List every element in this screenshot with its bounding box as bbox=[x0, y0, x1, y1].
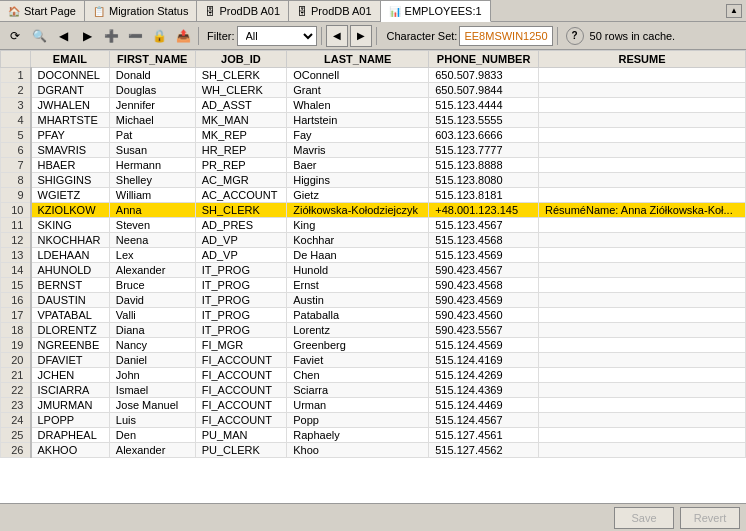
cell-last_name[interactable]: Baer bbox=[287, 158, 429, 173]
cell-resume[interactable] bbox=[539, 323, 746, 338]
cell-job_id[interactable]: AD_ASST bbox=[195, 98, 287, 113]
first-name-header[interactable]: FIRST_NAME bbox=[109, 51, 195, 68]
table-row[interactable]: 11SKINGStevenAD_PRESKing515.123.4567 bbox=[1, 218, 746, 233]
cell-first_name[interactable]: Nancy bbox=[109, 338, 195, 353]
cell-resume[interactable] bbox=[539, 173, 746, 188]
cell-job_id[interactable]: FI_ACCOUNT bbox=[195, 413, 287, 428]
cell-job_id[interactable]: IT_PROG bbox=[195, 293, 287, 308]
cell-phone[interactable]: 515.124.4567 bbox=[429, 413, 539, 428]
cell-job_id[interactable]: FI_ACCOUNT bbox=[195, 368, 287, 383]
cell-last_name[interactable]: De Haan bbox=[287, 248, 429, 263]
cell-job_id[interactable]: PR_REP bbox=[195, 158, 287, 173]
cell-phone[interactable]: 515.123.4569 bbox=[429, 248, 539, 263]
cell-phone[interactable]: 590.423.4567 bbox=[429, 263, 539, 278]
cell-last_name[interactable]: Raphaely bbox=[287, 428, 429, 443]
cell-phone[interactable]: 515.123.8888 bbox=[429, 158, 539, 173]
cell-phone[interactable]: 515.124.4169 bbox=[429, 353, 539, 368]
cell-first_name[interactable]: Ismael bbox=[109, 383, 195, 398]
cell-phone[interactable]: 515.123.7777 bbox=[429, 143, 539, 158]
cell-resume[interactable] bbox=[539, 428, 746, 443]
cell-phone[interactable]: 515.124.4269 bbox=[429, 368, 539, 383]
cell-phone[interactable]: 603.123.6666 bbox=[429, 128, 539, 143]
cell-first_name[interactable]: Hermann bbox=[109, 158, 195, 173]
cell-email[interactable]: JCHEN bbox=[31, 368, 110, 383]
cell-first_name[interactable]: Steven bbox=[109, 218, 195, 233]
cell-phone[interactable]: 590.423.4568 bbox=[429, 278, 539, 293]
cell-phone[interactable]: 650.507.9844 bbox=[429, 83, 539, 98]
cell-last_name[interactable]: Kochhar bbox=[287, 233, 429, 248]
maximize-button[interactable]: ▲ bbox=[726, 4, 742, 18]
cell-job_id[interactable]: PU_MAN bbox=[195, 428, 287, 443]
cell-first_name[interactable]: Diana bbox=[109, 323, 195, 338]
tab-employees[interactable]: 📊 EMPLOYEES:1 bbox=[381, 0, 491, 22]
cell-job_id[interactable]: AD_PRES bbox=[195, 218, 287, 233]
next-button[interactable]: ▶ bbox=[76, 25, 98, 47]
cell-first_name[interactable]: Anna bbox=[109, 203, 195, 218]
cell-resume[interactable] bbox=[539, 443, 746, 458]
cell-email[interactable]: SHIGGINS bbox=[31, 173, 110, 188]
cell-job_id[interactable]: HR_REP bbox=[195, 143, 287, 158]
cell-last_name[interactable]: Mavris bbox=[287, 143, 429, 158]
cell-email[interactable]: DRAPHEAL bbox=[31, 428, 110, 443]
cell-job_id[interactable]: FI_MGR bbox=[195, 338, 287, 353]
table-row[interactable]: 9WGIETZWilliamAC_ACCOUNTGietz515.123.818… bbox=[1, 188, 746, 203]
cell-job_id[interactable]: SH_CLERK bbox=[195, 68, 287, 83]
cell-job_id[interactable]: MK_REP bbox=[195, 128, 287, 143]
help-button[interactable]: ? bbox=[566, 27, 584, 45]
cell-last_name[interactable]: Fay bbox=[287, 128, 429, 143]
table-row[interactable]: 7HBAERHermannPR_REPBaer515.123.8888 bbox=[1, 158, 746, 173]
cell-resume[interactable] bbox=[539, 113, 746, 128]
cell-phone[interactable]: 590.423.4569 bbox=[429, 293, 539, 308]
cell-resume[interactable] bbox=[539, 368, 746, 383]
last-name-header[interactable]: LAST_NAME bbox=[287, 51, 429, 68]
revert-button[interactable]: Revert bbox=[680, 507, 740, 529]
table-row[interactable]: 10KZIOLKOWAnnaSH_CLERKZiółkowska-Kołodzi… bbox=[1, 203, 746, 218]
cell-email[interactable]: WGIETZ bbox=[31, 188, 110, 203]
forward-nav-button[interactable]: ▶ bbox=[350, 25, 372, 47]
cell-first_name[interactable]: Neena bbox=[109, 233, 195, 248]
cell-email[interactable]: LDEHAAN bbox=[31, 248, 110, 263]
cell-phone[interactable]: 515.123.5555 bbox=[429, 113, 539, 128]
cell-email[interactable]: DAUSTIN bbox=[31, 293, 110, 308]
cell-resume[interactable] bbox=[539, 398, 746, 413]
cell-phone[interactable]: 650.507.9833 bbox=[429, 68, 539, 83]
cell-first_name[interactable]: Jennifer bbox=[109, 98, 195, 113]
cell-resume[interactable] bbox=[539, 83, 746, 98]
tab-start-page[interactable]: 🏠 Start Page bbox=[0, 0, 85, 21]
cell-job_id[interactable]: FI_ACCOUNT bbox=[195, 353, 287, 368]
cell-email[interactable]: MHARTSTE bbox=[31, 113, 110, 128]
back-nav-button[interactable]: ◀ bbox=[326, 25, 348, 47]
table-row[interactable]: 5PFAYPatMK_REPFay603.123.6666 bbox=[1, 128, 746, 143]
cell-first_name[interactable]: Luis bbox=[109, 413, 195, 428]
cell-email[interactable]: HBAER bbox=[31, 158, 110, 173]
tab-proddb1[interactable]: 🗄 ProdDB A01 bbox=[197, 0, 289, 21]
search-button[interactable]: 🔍 bbox=[28, 25, 50, 47]
prev-button[interactable]: ◀ bbox=[52, 25, 74, 47]
cell-phone[interactable]: 515.127.4562 bbox=[429, 443, 539, 458]
cell-phone[interactable]: 515.123.4568 bbox=[429, 233, 539, 248]
cell-last_name[interactable]: Ernst bbox=[287, 278, 429, 293]
filter-select[interactable]: All Active Inactive bbox=[237, 26, 317, 46]
tab-proddb2[interactable]: 🗄 ProdDB A01 bbox=[289, 0, 381, 21]
table-row[interactable]: 3JWHALENJenniferAD_ASSTWhalen515.123.444… bbox=[1, 98, 746, 113]
cell-first_name[interactable]: John bbox=[109, 368, 195, 383]
table-row[interactable]: 18DLORENTZDianaIT_PROGLorentz590.423.556… bbox=[1, 323, 746, 338]
cell-phone[interactable]: 515.123.8181 bbox=[429, 188, 539, 203]
table-row[interactable]: 6SMAVRISSusanHR_REPMavris515.123.7777 bbox=[1, 143, 746, 158]
cell-job_id[interactable]: WH_CLERK bbox=[195, 83, 287, 98]
cell-email[interactable]: VPATABAL bbox=[31, 308, 110, 323]
job-id-header[interactable]: JOB_ID bbox=[195, 51, 287, 68]
cell-job_id[interactable]: AC_MGR bbox=[195, 173, 287, 188]
cell-resume[interactable] bbox=[539, 278, 746, 293]
table-row[interactable]: 8SHIGGINSShelleyAC_MGRHiggins515.123.808… bbox=[1, 173, 746, 188]
cell-email[interactable]: ISCIARRA bbox=[31, 383, 110, 398]
cell-resume[interactable] bbox=[539, 338, 746, 353]
cell-first_name[interactable]: Den bbox=[109, 428, 195, 443]
cell-last_name[interactable]: Chen bbox=[287, 368, 429, 383]
table-row[interactable]: 19NGREENBENancyFI_MGRGreenberg515.124.45… bbox=[1, 338, 746, 353]
cell-last_name[interactable]: Faviet bbox=[287, 353, 429, 368]
insert-button[interactable]: ➕ bbox=[100, 25, 122, 47]
cell-first_name[interactable]: Pat bbox=[109, 128, 195, 143]
resume-header[interactable]: RESUME bbox=[539, 51, 746, 68]
cell-resume[interactable] bbox=[539, 308, 746, 323]
